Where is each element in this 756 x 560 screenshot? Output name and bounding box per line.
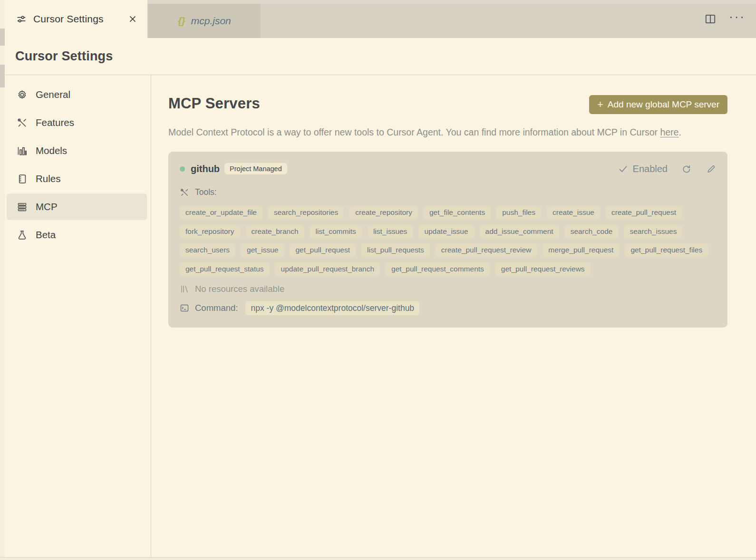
header-divider (5, 75, 756, 75)
tool-chip: push_files (496, 206, 541, 219)
library-icon (180, 284, 189, 294)
add-button-label: Add new global MCP server (608, 99, 719, 110)
tool-chip: add_issue_comment (480, 225, 559, 238)
tool-chip: create_branch (246, 225, 304, 238)
project-managed-badge: Project Managed (224, 163, 287, 174)
sidebar-item-mcp[interactable]: MCP (7, 193, 147, 220)
section-heading: MCP Servers (168, 95, 260, 112)
tab-bar: Cursor Settings {} mcp.json ··· (0, 0, 756, 38)
sidebar-item-rules[interactable]: Rules (7, 165, 147, 192)
tools-label: Tools: (195, 187, 217, 197)
server-name: github (191, 164, 220, 174)
sidebar-item-beta[interactable]: Beta (7, 222, 147, 248)
tab-cursor-settings[interactable]: Cursor Settings (5, 0, 147, 38)
tool-chip: get_issue (241, 243, 284, 257)
sidebar-item-label: MCP (36, 201, 58, 212)
command-label: Command: (195, 303, 238, 313)
sidebar-item-features[interactable]: Features (7, 109, 147, 136)
edit-pencil-icon[interactable] (706, 164, 716, 174)
more-actions-icon[interactable]: ··· (729, 10, 746, 28)
sidebar-item-general[interactable]: General (7, 81, 147, 108)
tool-chip: get_pull_request_reviews (495, 262, 591, 276)
tool-chip: list_commits (310, 225, 362, 238)
tab-mcp-json[interactable]: {} mcp.json (148, 4, 261, 38)
tool-chip: search_issues (624, 225, 682, 238)
tool-chip: fork_repository (180, 225, 240, 238)
tool-chip: search_code (565, 225, 619, 238)
mcp-settings-panel: MCP Servers + Add new global MCP server … (151, 75, 756, 557)
sidebar-item-label: General (36, 89, 70, 100)
tool-chip: get_pull_request_files (625, 243, 708, 257)
sidebar-item-label: Rules (36, 173, 60, 184)
tool-chip: list_issues (368, 225, 413, 238)
status-dot (180, 166, 185, 172)
tab-label: Cursor Settings (33, 13, 104, 25)
bar-chart-icon (17, 145, 28, 156)
tab-label: mcp.json (191, 15, 231, 27)
tool-chip: update_pull_request_branch (275, 262, 380, 276)
page-title: Cursor Settings (15, 49, 113, 64)
notebook-icon (17, 174, 28, 184)
check-icon (618, 164, 628, 174)
tool-chip: search_users (180, 243, 235, 257)
tool-chip: create_repository (349, 206, 418, 219)
refresh-icon[interactable] (681, 164, 691, 174)
mcp-server-card: github Project Managed Enabled (168, 152, 727, 328)
server-stack-icon (17, 202, 28, 212)
tool-chip: create_or_update_file (180, 206, 262, 219)
sidebar-item-models[interactable]: Models (7, 137, 147, 164)
split-editor-icon[interactable] (704, 13, 717, 25)
sidebar-item-label: Features (36, 117, 74, 128)
json-icon: {} (178, 16, 185, 27)
tool-chip: list_pull_requests (361, 243, 430, 257)
tool-chip: get_pull_request (290, 243, 356, 257)
sliders-icon (16, 14, 27, 24)
tool-chip: search_repositories (268, 206, 344, 219)
tool-chip: get_file_contents (424, 206, 491, 219)
plus-icon: + (597, 98, 603, 111)
tool-chip: create_pull_request_review (436, 243, 537, 257)
enabled-label: Enabled (633, 164, 668, 174)
tabbar-actions: ··· (704, 0, 746, 38)
left-edge-strip (0, 0, 5, 557)
sidebar-item-label: Models (36, 145, 67, 156)
tool-chip: create_issue (547, 206, 600, 219)
terminal-icon (180, 303, 189, 313)
tools-chip-list: create_or_update_filesearch_repositories… (180, 206, 716, 276)
add-global-mcp-server-button[interactable]: + Add new global MCP server (589, 95, 727, 114)
tool-chip: get_pull_request_comments (386, 262, 490, 276)
tools-icon (17, 117, 28, 128)
tool-chip: get_pull_request_status (180, 262, 270, 276)
resources-text: No resources available (195, 284, 284, 294)
tool-chip: create_pull_request (606, 206, 682, 219)
gear-icon (17, 89, 28, 100)
tools-icon (180, 188, 189, 197)
settings-header: Cursor Settings (0, 38, 756, 75)
tool-chip: update_issue (418, 225, 474, 238)
enabled-toggle[interactable]: Enabled (618, 164, 668, 174)
bottom-edge (0, 557, 756, 560)
settings-sidebar: General Features Models (5, 75, 151, 557)
command-value: npx -y @modelcontextprotocol/server-gith… (245, 301, 419, 315)
here-link[interactable]: here (660, 127, 678, 137)
mcp-description: Model Context Protocol is a way to offer… (168, 124, 725, 141)
tool-chip: merge_pull_request (543, 243, 619, 257)
sidebar-item-label: Beta (36, 229, 56, 241)
flask-icon (17, 230, 28, 241)
close-icon[interactable] (128, 15, 137, 23)
